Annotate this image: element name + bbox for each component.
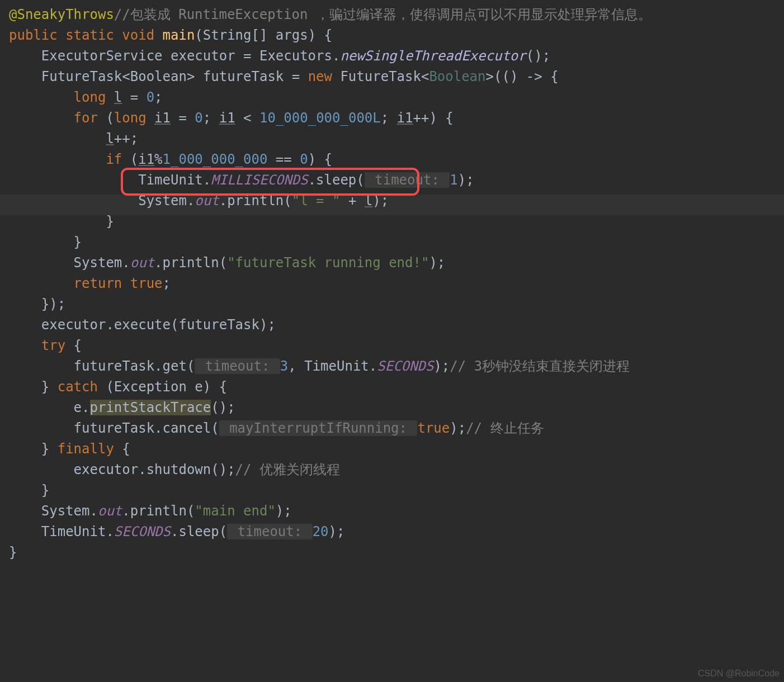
method-name: main [163,27,195,43]
parameter-hint: timeout: [195,358,280,374]
watermark: CSDN @RobinCode [698,669,780,679]
code-editor[interactable]: @SneakyThrows//包装成 RuntimeException ，骗过编… [0,0,784,563]
parameter-hint: timeout: [227,524,313,539]
annotation: @SneakyThrows [9,7,114,22]
comment: //包装成 RuntimeException ，骗过编译器，使得调用点可以不用显… [114,7,651,22]
parameter-hint: timeout: [365,172,450,188]
code-content: @SneakyThrows//包装成 RuntimeException ，骗过编… [0,0,784,563]
parameter-hint: mayInterruptIfRunning: [219,420,418,436]
